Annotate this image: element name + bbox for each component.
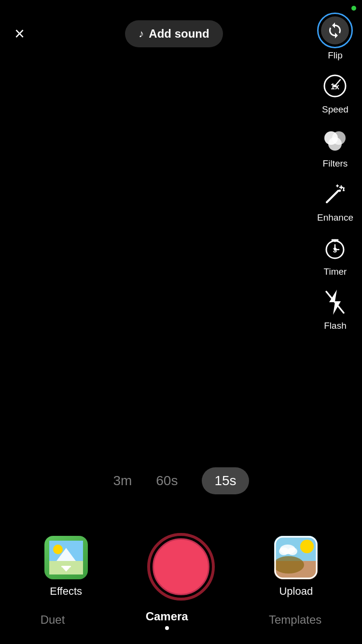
flip-button-inner	[321, 16, 349, 44]
svg-point-3	[334, 84, 336, 87]
music-icon: ♪	[139, 28, 144, 40]
duration-60s[interactable]: 60s	[156, 473, 178, 489]
speed-tool[interactable]: 1x Speed	[319, 67, 351, 118]
enhance-label: Enhance	[317, 212, 353, 223]
svg-point-27	[53, 545, 63, 554]
close-button[interactable]: ×	[14, 25, 25, 42]
enhance-tool[interactable]: Enhance	[317, 175, 353, 226]
effects-button[interactable]: Effects	[44, 536, 88, 598]
filters-label: Filters	[323, 158, 348, 169]
nav-templates-label: Templates	[269, 613, 321, 627]
right-tools-panel: Flip 1x Speed Filters	[317, 10, 353, 334]
duration-3m[interactable]: 3m	[113, 473, 132, 489]
upload-button[interactable]: Upload	[274, 536, 318, 598]
upload-image-icon	[274, 536, 318, 579]
effects-image-icon	[49, 541, 83, 574]
add-sound-button[interactable]: ♪ Add sound	[125, 20, 223, 47]
effects-label: Effects	[50, 585, 82, 598]
upload-icon	[274, 536, 318, 579]
filters-icon	[321, 126, 348, 154]
nav-camera[interactable]: Camera	[146, 610, 188, 630]
record-button-inner	[153, 538, 209, 595]
enhance-icon-wrap	[319, 178, 351, 210]
nav-duet-label: Duet	[41, 613, 65, 627]
svg-point-35	[274, 556, 304, 574]
bottom-controls: Effects	[0, 533, 362, 601]
flip-tool[interactable]: Flip	[317, 10, 353, 64]
record-button[interactable]	[147, 533, 215, 601]
upload-label: Upload	[279, 585, 313, 598]
bottom-nav: Duet Camera Templates	[0, 601, 362, 644]
timer-label: Timer	[324, 266, 347, 277]
timer-icon: 3	[322, 235, 348, 261]
speed-icon: 1x	[322, 73, 348, 99]
effects-icon	[44, 536, 88, 579]
nav-camera-label: Camera	[146, 610, 188, 623]
duration-bar: 3m 60s 15s	[0, 467, 362, 494]
flip-icon	[326, 22, 344, 39]
timer-tool[interactable]: 3 Timer	[319, 229, 351, 280]
flip-label: Flip	[328, 50, 343, 61]
svg-line-7	[327, 191, 338, 202]
add-sound-label: Add sound	[149, 27, 209, 41]
enhance-icon	[323, 182, 347, 206]
timer-icon-wrap: 3	[319, 232, 351, 265]
flip-button-ring	[317, 13, 353, 48]
nav-duet[interactable]: Duet	[41, 613, 65, 627]
svg-point-6	[328, 137, 342, 151]
nav-templates[interactable]: Templates	[269, 613, 321, 627]
flash-label: Flash	[324, 321, 346, 331]
speed-label: Speed	[322, 104, 348, 115]
flash-tool[interactable]: Flash	[319, 283, 351, 334]
filters-icon-wrap	[319, 124, 351, 156]
svg-marker-14	[338, 189, 341, 192]
svg-point-37	[279, 547, 289, 555]
top-bar: × ♪ Add sound	[0, 0, 362, 53]
speed-icon-wrap: 1x	[319, 70, 351, 102]
flash-icon-wrap	[319, 286, 351, 319]
flash-icon	[323, 289, 347, 316]
svg-point-33	[300, 540, 314, 553]
duration-15s[interactable]: 15s	[202, 467, 249, 494]
svg-point-38	[288, 547, 297, 555]
nav-active-dot	[165, 626, 169, 630]
filters-tool[interactable]: Filters	[319, 121, 351, 172]
svg-point-21	[334, 249, 336, 251]
